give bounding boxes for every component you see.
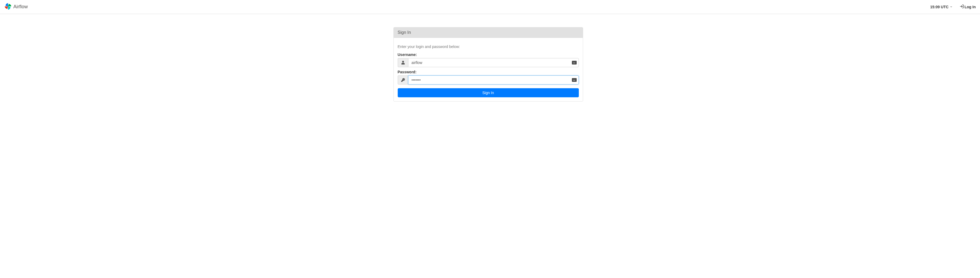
- password-input[interactable]: [408, 76, 579, 84]
- navbar: Airflow 15:09 UTC Log In: [0, 0, 980, 14]
- navbar-right: 15:09 UTC Log In: [930, 4, 976, 9]
- main-container: Sign In Enter your login and password be…: [282, 14, 699, 101]
- brand-name[interactable]: Airflow: [13, 4, 28, 9]
- key-icon: [398, 76, 408, 84]
- login-label: Log In: [964, 5, 976, 9]
- time-label: 15:09 UTC: [930, 5, 948, 9]
- time-dropdown[interactable]: 15:09 UTC: [930, 5, 952, 9]
- signin-help-text: Enter your login and password below:: [398, 44, 579, 49]
- username-input-group: [398, 58, 579, 67]
- username-label: Username:: [398, 52, 579, 57]
- keyboard-badge-icon[interactable]: [572, 78, 577, 82]
- username-input[interactable]: [408, 58, 579, 67]
- airflow-pinwheel-icon: [4, 3, 12, 11]
- signin-button[interactable]: Sign In: [398, 88, 579, 97]
- caret-down-icon: [950, 6, 952, 8]
- username-group: Username:: [398, 52, 579, 67]
- password-input-group: [398, 76, 579, 84]
- password-label: Password:: [398, 70, 579, 74]
- password-group: Password:: [398, 70, 579, 84]
- signin-panel: Sign In Enter your login and password be…: [393, 27, 583, 101]
- keyboard-badge-icon[interactable]: [572, 61, 577, 65]
- login-link[interactable]: Log In: [960, 4, 976, 9]
- signin-title: Sign In: [394, 27, 583, 38]
- navbar-left: Airflow: [4, 3, 28, 11]
- user-icon: [398, 58, 408, 67]
- signin-body: Enter your login and password below: Use…: [394, 38, 583, 101]
- login-icon: [960, 4, 964, 9]
